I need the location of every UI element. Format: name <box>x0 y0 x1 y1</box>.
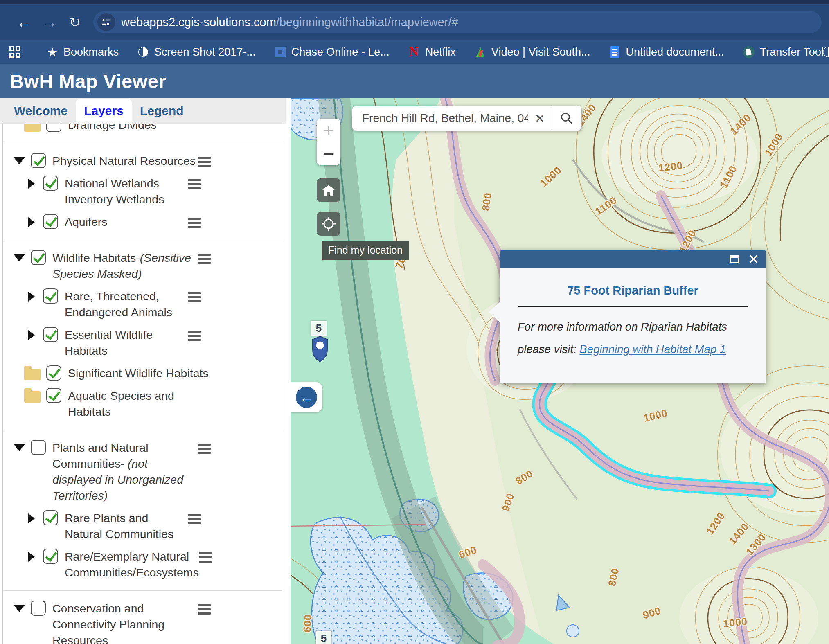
map-canvas[interactable]: 1400 1400 1200 1000 1100 1100 1200 1000 … <box>291 98 829 644</box>
layer-checkbox[interactable] <box>43 327 58 342</box>
layer-checkbox[interactable] <box>46 365 61 381</box>
chevron-right-icon[interactable] <box>28 179 35 189</box>
layer-menu-icon[interactable] <box>198 153 211 169</box>
layer-label: Wildlife Habitats-(Sensitive Species Mas… <box>52 250 198 282</box>
layer-menu-icon[interactable] <box>188 327 201 343</box>
bookmark-chase[interactable]: Chase Online - Le... <box>275 46 390 59</box>
home-icon <box>322 184 335 196</box>
bookmark-screenshot[interactable]: Screen Shot 2017-... <box>137 46 256 59</box>
habitat-map-link[interactable]: Beginning with Habitat Map 1 <box>579 343 726 356</box>
layer-checkbox[interactable] <box>43 214 58 229</box>
find-my-location-tooltip: Find my location <box>322 241 409 260</box>
route-shield-5: 5 <box>311 321 327 336</box>
popup-text: For more information on Riparian Habitat… <box>518 315 748 360</box>
layer-checkbox[interactable] <box>43 510 58 525</box>
layer-row-plants-natural-communities[interactable]: Plants and Natural Communities- (not dis… <box>3 440 283 504</box>
layer-checkbox[interactable] <box>31 250 46 265</box>
layer-checkbox[interactable] <box>43 549 58 564</box>
apps-grid-icon[interactable] <box>9 46 20 58</box>
reload-icon[interactable]: ↻ <box>62 14 88 30</box>
layer-menu-icon[interactable] <box>198 250 211 266</box>
layer-menu-icon[interactable] <box>198 601 211 617</box>
collapse-sidebar-button[interactable]: ← <box>291 382 322 412</box>
layer-row-aquifers[interactable]: Aquifers <box>3 214 283 230</box>
layer-checkbox[interactable] <box>31 153 46 168</box>
bookmarks-bar: ★ Bookmarks Screen Shot 2017-... Chase O… <box>0 40 829 64</box>
chevron-down-icon[interactable] <box>14 157 25 164</box>
zoom-in-button[interactable]: + <box>317 119 340 142</box>
map-pin[interactable] <box>311 336 329 363</box>
layer-row-wildlife-habitats[interactable]: Wildlife Habitats-(Sensitive Species Mas… <box>3 250 283 282</box>
search-input[interactable]: French Hill Rd, Bethel, Maine, 04 <box>352 112 528 125</box>
layer-checkbox[interactable] <box>46 388 61 403</box>
chevron-right-icon[interactable] <box>28 292 35 302</box>
maximize-icon[interactable] <box>730 255 739 263</box>
forward-icon[interactable]: → <box>37 14 62 31</box>
popup-divider <box>518 306 748 307</box>
layer-label: Essential Wildlife Habitats <box>65 327 188 359</box>
layer-menu-icon[interactable] <box>188 510 201 526</box>
chevron-down-icon[interactable] <box>14 605 25 612</box>
layer-menu-icon[interactable] <box>188 288 201 304</box>
layer-checkbox[interactable] <box>31 601 46 616</box>
layer-checkbox[interactable] <box>43 288 58 304</box>
back-icon[interactable]: ← <box>11 14 37 31</box>
site-info-icon[interactable] <box>97 13 115 31</box>
layer-menu-icon[interactable] <box>198 440 211 456</box>
layer-menu-icon[interactable] <box>188 176 201 191</box>
folder-icon <box>24 124 41 132</box>
layer-row-rare-exemplary-communities[interactable]: Rare/Exemplary Natural Communities/Ecosy… <box>3 549 283 581</box>
home-button[interactable] <box>317 178 340 202</box>
bookmark-bookmarks[interactable]: ★ Bookmarks <box>47 46 119 59</box>
globe-icon-partial[interactable] <box>822 46 829 60</box>
layer-row-drainage-divides[interactable]: Drainage Divides <box>3 124 283 133</box>
layer-label: Rare, Threatened, Endangered Animals <box>65 288 188 320</box>
url-bar[interactable]: webapps2.cgis-solutions.com/beginningwit… <box>93 11 822 33</box>
layer-row-essential-wildlife-habitats[interactable]: Essential Wildlife Habitats <box>3 327 283 359</box>
layer-row-nwi-wetlands[interactable]: National Wetlands Inventory Wetlands <box>3 176 283 207</box>
layer-row-rare-plants[interactable]: Rare Plants and Natural Communities <box>3 510 283 542</box>
route-shield-5: 5 <box>316 631 331 644</box>
find-my-location-button[interactable] <box>317 212 340 236</box>
chevron-down-icon[interactable] <box>14 254 25 261</box>
sidebar: Welcome Layers Legend Drainage Divides P… <box>0 98 286 644</box>
gdoc-icon <box>610 46 619 58</box>
tab-layers[interactable]: Layers <box>76 99 132 124</box>
layer-label: Aquifers <box>65 214 108 230</box>
bookmark-video[interactable]: Video | Visit South... <box>475 46 590 59</box>
folder-icon <box>24 369 41 380</box>
layer-menu-icon[interactable] <box>188 214 201 230</box>
layer-menu-icon[interactable] <box>199 549 212 565</box>
zoom-out-button[interactable]: − <box>317 142 340 165</box>
star-icon: ★ <box>47 46 58 58</box>
chevron-right-icon[interactable] <box>28 217 35 227</box>
layer-row-conservation-connectivity[interactable]: Conservation and Connectivity Planning R… <box>3 601 283 644</box>
layer-row-significant-wildlife-habitats[interactable]: Significant Wildlife Habitats <box>3 365 283 381</box>
tab-legend[interactable]: Legend <box>132 99 192 124</box>
layer-label: Aquatic Species and Habitats <box>68 388 211 420</box>
layer-checkbox[interactable] <box>43 176 58 191</box>
search-button[interactable] <box>552 106 581 131</box>
tab-welcome[interactable]: Welcome <box>6 99 76 124</box>
locate-icon <box>321 216 336 231</box>
bookmark-transfer-tools[interactable]: Transfer Tools - U... <box>743 46 829 59</box>
chevron-down-icon[interactable] <box>14 444 25 451</box>
layer-checkbox[interactable] <box>31 440 46 455</box>
bookmark-untitled-document[interactable]: Untitled document... <box>609 46 724 59</box>
chevron-right-icon[interactable] <box>28 552 35 562</box>
bookmark-netflix[interactable]: N Netflix <box>408 46 456 59</box>
popup-titlebar: ✕ <box>500 250 766 268</box>
layer-row-physical-natural-resources[interactable]: Physical Natural Resources <box>3 153 283 169</box>
close-icon[interactable]: ✕ <box>748 253 759 266</box>
layer-checkbox[interactable] <box>46 124 61 132</box>
chevron-right-icon[interactable] <box>28 330 35 340</box>
page-title: BwH Map Viewer <box>10 70 166 92</box>
chevron-right-icon[interactable] <box>28 513 35 523</box>
url-text: webapps2.cgis-solutions.com/beginningwit… <box>121 16 458 29</box>
app-header: BwH Map Viewer <box>0 64 829 98</box>
layer-row-rte-animals[interactable]: Rare, Threatened, Endangered Animals <box>3 288 283 320</box>
clear-search-icon[interactable]: ✕ <box>528 111 552 126</box>
bookmark-label: Bookmarks <box>63 46 119 59</box>
layer-row-aquatic-species[interactable]: Aquatic Species and Habitats <box>3 388 283 420</box>
bookmark-label: Video | Visit South... <box>491 46 590 59</box>
